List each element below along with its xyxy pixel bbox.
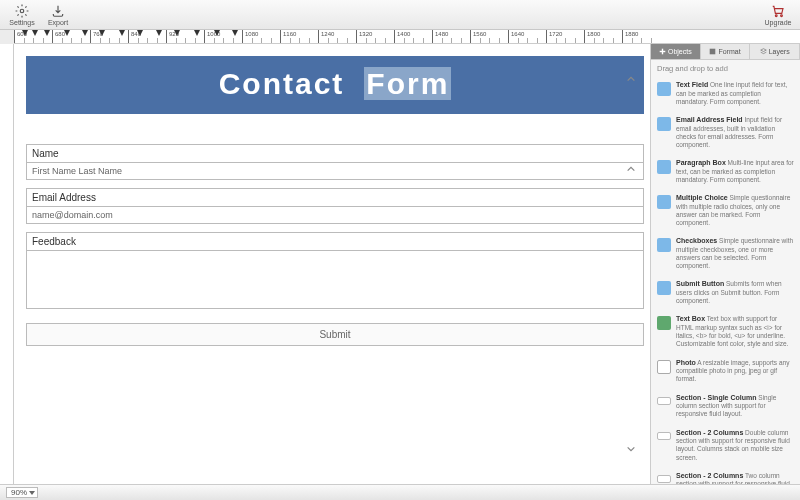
svg-rect-4 — [660, 51, 666, 52]
object-item[interactable]: Photo A resizable image, supports any co… — [655, 355, 796, 390]
tab-objects[interactable]: Objects — [651, 44, 701, 59]
object-icon — [657, 238, 671, 252]
chevron-up-icon[interactable] — [624, 72, 638, 86]
object-text: Section - 2 Columns Double column sectio… — [676, 429, 794, 462]
feedback-label: Feedback — [26, 232, 644, 251]
form-section: Name First Name Last Name Email Address … — [26, 144, 644, 346]
upgrade-button[interactable]: Upgrade — [760, 1, 796, 29]
cart-icon — [770, 4, 786, 18]
sidebar: Objects Format Layers Drag and drop to a… — [650, 44, 800, 484]
object-text: Text Field One line input field for text… — [676, 81, 794, 106]
object-icon — [657, 160, 671, 174]
chevron-down-icon[interactable] — [624, 442, 638, 456]
ruler-horizontal: 6006807608409201000108011601240132014001… — [14, 30, 800, 44]
export-button[interactable]: Export — [40, 1, 76, 29]
email-input[interactable]: name@domain.com — [26, 207, 644, 224]
svg-point-1 — [775, 14, 777, 16]
object-icon — [657, 360, 671, 374]
object-item[interactable]: Submit Button Submits form when users cl… — [655, 276, 796, 311]
ruler-vertical — [0, 44, 14, 484]
object-item[interactable]: Text Field One line input field for text… — [655, 77, 796, 112]
object-text: Submit Button Submits form when users cl… — [676, 280, 794, 305]
object-text: Checkboxes Simple questionnaire with mul… — [676, 237, 794, 270]
export-icon — [50, 4, 66, 18]
object-text: Paragraph Box Multi-line input area for … — [676, 159, 794, 184]
object-icon — [657, 195, 671, 209]
settings-button[interactable]: Settings — [4, 1, 40, 29]
header-title: Contact Form — [219, 67, 452, 103]
selected-text: Form — [364, 67, 451, 100]
object-icon — [657, 397, 671, 405]
object-icon — [657, 82, 671, 96]
toolbar: Settings Export Upgrade — [0, 0, 800, 30]
settings-label: Settings — [9, 19, 34, 26]
upgrade-label: Upgrade — [765, 19, 792, 26]
tab-format[interactable]: Format — [701, 44, 751, 59]
object-text: Section - 2 Columns Two column section w… — [676, 472, 794, 484]
svg-point-0 — [20, 9, 24, 13]
object-item[interactable]: Paragraph Box Multi-line input area for … — [655, 155, 796, 190]
name-input[interactable]: First Name Last Name — [26, 163, 644, 180]
object-icon — [657, 316, 671, 330]
object-item[interactable]: Section - Single Column Single column se… — [655, 390, 796, 425]
header-banner[interactable]: Contact Form — [26, 56, 644, 114]
objects-list: Text Field One line input field for text… — [651, 77, 800, 484]
object-icon — [657, 432, 671, 440]
object-item[interactable]: Text Box Text box with support for HTML … — [655, 311, 796, 354]
object-item[interactable]: Section - 2 Columns Double column sectio… — [655, 425, 796, 468]
email-label: Email Address — [26, 188, 644, 207]
object-icon — [657, 117, 671, 131]
feedback-textarea[interactable] — [26, 251, 644, 309]
object-item[interactable]: Section - 2 Columns Two column section w… — [655, 468, 796, 484]
chevron-up-icon[interactable] — [624, 162, 638, 176]
object-text: Section - Single Column Single column se… — [676, 394, 794, 419]
gear-icon — [14, 4, 30, 18]
canvas[interactable]: Contact Form Name First Name Last Name E… — [14, 44, 650, 484]
object-item[interactable]: Checkboxes Simple questionnaire with mul… — [655, 233, 796, 276]
zoom-select[interactable]: 90% — [6, 487, 38, 498]
object-icon — [657, 281, 671, 295]
tab-layers[interactable]: Layers — [750, 44, 800, 59]
object-item[interactable]: Email Address Field Input field for emai… — [655, 112, 796, 155]
svg-point-2 — [781, 14, 783, 16]
statusbar: 90% — [0, 484, 800, 500]
submit-button[interactable]: Submit — [26, 323, 644, 346]
object-item[interactable]: Multiple Choice Simple questionnaire wit… — [655, 190, 796, 233]
export-label: Export — [48, 19, 68, 26]
object-text: Text Box Text box with support for HTML … — [676, 315, 794, 348]
object-text: Email Address Field Input field for emai… — [676, 116, 794, 149]
name-label: Name — [26, 144, 644, 163]
sidebar-tabs: Objects Format Layers — [651, 44, 800, 60]
object-icon — [657, 475, 671, 483]
object-text: Multiple Choice Simple questionnaire wit… — [676, 194, 794, 227]
svg-rect-5 — [710, 49, 716, 55]
dnd-hint: Drag and drop to add — [651, 60, 800, 77]
object-text: Photo A resizable image, supports any co… — [676, 359, 794, 384]
